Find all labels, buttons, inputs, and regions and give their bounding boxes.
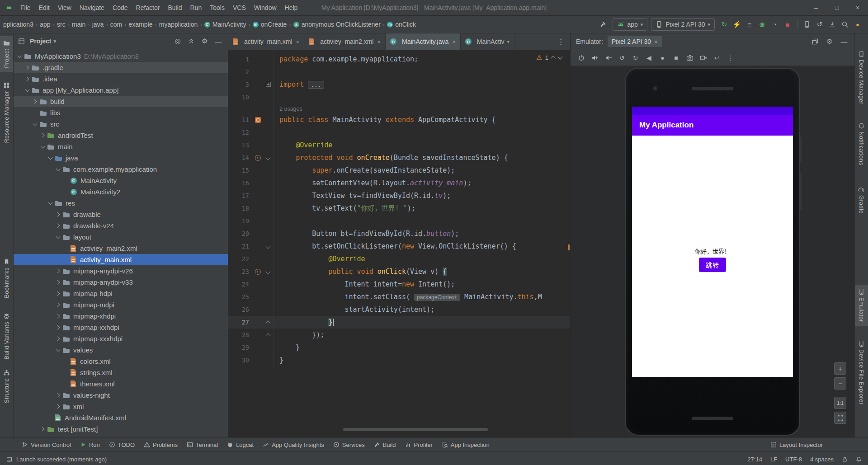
overview-button[interactable]: ■: [670, 52, 682, 64]
tree-chevron-icon[interactable]: [55, 347, 61, 353]
tree-item-build[interactable]: build: [14, 96, 228, 107]
tree-item-drawable[interactable]: drawable: [14, 209, 228, 220]
editor-tab-mainactiv[interactable]: CMainActiv▾: [461, 33, 514, 50]
tool-stripe-resource-manager[interactable]: Resource Manager: [0, 78, 13, 146]
settings-button[interactable]: ⚙: [825, 37, 835, 47]
editor-tab-mainactivity-java[interactable]: CMainActivity.java×: [386, 33, 461, 50]
toolwindow-services[interactable]: Services: [329, 438, 369, 451]
fold-column[interactable]: [264, 151, 274, 164]
previous-issue-button[interactable]: [551, 56, 556, 61]
tree-chevron-icon[interactable]: [32, 98, 38, 105]
tree-item-themes-xml[interactable]: themes.xml: [14, 378, 228, 390]
volume-down-button[interactable]: [602, 52, 614, 64]
profile-button[interactable]: ◔: [769, 19, 781, 30]
tree-item-java[interactable]: java: [14, 152, 228, 164]
tree-item-mipmap-hdpi[interactable]: mipmap-hdpi: [14, 288, 228, 299]
close-icon[interactable]: ×: [377, 38, 381, 45]
tool-stripe-notifications[interactable]: Notifications: [855, 119, 868, 169]
menu-refactor[interactable]: Refactor: [132, 4, 164, 11]
zoom-fit-button[interactable]: [834, 412, 846, 424]
breadcrumb-main[interactable]: main: [71, 20, 87, 29]
toolwindow-profiler[interactable]: Profiler: [401, 438, 437, 451]
tree-item-main[interactable]: main: [14, 141, 228, 152]
collapse-all-button[interactable]: [186, 36, 196, 46]
rotate-right-button[interactable]: ↻: [629, 52, 642, 64]
breadcrumb-mainactivity[interactable]: CMainActivity: [203, 20, 248, 29]
tree-item-test-unittest[interactable]: test [unitTest]: [14, 423, 228, 435]
run-configuration-select[interactable]: app ▾: [613, 18, 647, 31]
encoding-widget[interactable]: UTF-8: [785, 456, 802, 463]
phone-device[interactable]: My Application 你好，世界！ 跳转: [625, 68, 800, 436]
warning-stripe-mark[interactable]: [568, 244, 570, 250]
close-button[interactable]: ×: [847, 0, 868, 15]
device-manager-button[interactable]: [801, 19, 813, 30]
tree-chevron-icon[interactable]: [39, 426, 46, 432]
zoom-in-button[interactable]: +: [834, 362, 846, 375]
toolwindow-logcat[interactable]: Logcat: [222, 438, 258, 451]
tree-item-drawable-v24[interactable]: drawable-v24: [14, 220, 228, 231]
activity-gutter-icon[interactable]: [255, 117, 261, 123]
tree-item-gradle[interactable]: .gradle: [14, 62, 228, 73]
tree-chevron-icon[interactable]: [47, 200, 54, 207]
menu-edit[interactable]: Edit: [35, 4, 54, 11]
tree-item-strings-xml[interactable]: strings.xml: [14, 367, 228, 378]
breadcrumb-anonymous-onclicklistener[interactable]: aanonymous OnClickListener: [292, 20, 382, 29]
breadcrumb-example[interactable]: example: [127, 20, 154, 29]
toolwindow-build[interactable]: Build: [369, 438, 401, 451]
close-icon[interactable]: ×: [654, 38, 658, 45]
toolwindow-app-quality-insights[interactable]: App Quality Insights: [258, 438, 329, 451]
tree-item-myapplication3[interactable]: MyApplication3D:\MyApplication3: [14, 51, 228, 62]
tree-chevron-icon[interactable]: [55, 211, 61, 218]
toolwindow-problems[interactable]: Problems: [139, 438, 182, 451]
more-button[interactable]: ⋮: [724, 52, 736, 64]
tree-chevron-icon[interactable]: [32, 121, 38, 127]
breadcrumb-pplication3[interactable]: pplication3: [2, 20, 35, 29]
device-select[interactable]: Pixel 2 API 30 ▾: [651, 18, 715, 31]
tree-item-src[interactable]: src: [14, 118, 228, 130]
tool-stripe-build-variants[interactable]: Build Variants: [0, 309, 13, 363]
tree-item-libs[interactable]: libs: [14, 107, 228, 118]
tree-chevron-icon[interactable]: [55, 222, 61, 229]
tool-stripe-device-manager[interactable]: Device Manager: [855, 47, 868, 108]
tree-item-mipmap-anydpi-v33[interactable]: mipmap-anydpi-v33: [14, 277, 228, 288]
tree-item-mainactivity[interactable]: CMainActivity: [14, 175, 228, 186]
screen-record-button[interactable]: [697, 52, 709, 64]
breadcrumb-oncreate[interactable]: monCreate: [251, 20, 288, 29]
fold-column[interactable]: [264, 316, 274, 329]
tree-item-colors-xml[interactable]: colors.xml: [14, 356, 228, 367]
locate-button[interactable]: ◎: [173, 36, 183, 46]
line-separator-widget[interactable]: LF: [770, 456, 777, 463]
close-icon[interactable]: ×: [452, 38, 456, 45]
hide-button[interactable]: ―: [839, 37, 849, 47]
menu-vcs[interactable]: VCS: [229, 4, 250, 11]
horizontal-scrollbar[interactable]: [343, 428, 488, 431]
inspections-widget[interactable]: ⚠ 1: [536, 54, 562, 61]
tree-item-com-example-myapplication[interactable]: com.example.myapplication: [14, 164, 228, 175]
tree-item-idea[interactable]: .idea: [14, 73, 228, 85]
tree-chevron-icon[interactable]: [55, 268, 61, 274]
tree-item-activity-main-xml[interactable]: activity_main.xml: [14, 254, 228, 265]
sdk-manager-button[interactable]: [826, 19, 838, 30]
menu-run[interactable]: Run: [186, 4, 206, 11]
tool-stripe-bookmarks[interactable]: Bookmarks: [0, 255, 13, 302]
settings-button[interactable]: ⚙: [200, 36, 210, 46]
tab-options-icon[interactable]: ⋮: [552, 37, 570, 47]
rotate-left-button[interactable]: ↺: [616, 52, 628, 64]
menu-view[interactable]: View: [54, 4, 75, 11]
menu-file[interactable]: File: [16, 4, 35, 11]
back-button[interactable]: ◀: [643, 52, 655, 64]
tree-chevron-icon[interactable]: [55, 290, 61, 297]
tree-item-mipmap-xxxhdpi[interactable]: mipmap-xxxhdpi: [14, 333, 228, 344]
tree-item-values-night[interactable]: values-night: [14, 390, 228, 401]
editor-tab-activity-main-xml[interactable]: activity_main.xml×: [228, 33, 304, 50]
tool-stripe-gradle[interactable]: Gradle: [855, 183, 868, 217]
build-project-button[interactable]: [597, 19, 609, 30]
breadcrumb-src[interactable]: src: [56, 20, 67, 29]
tree-item-mainactivity2[interactable]: CMainActivity2: [14, 186, 228, 197]
next-issue-button[interactable]: [557, 54, 562, 59]
project-panel-title[interactable]: Project▾: [18, 38, 56, 45]
sync-project-button[interactable]: ↺: [814, 19, 826, 30]
tree-chevron-icon[interactable]: [55, 324, 61, 331]
maximize-button[interactable]: □: [826, 0, 847, 15]
toolwindow-version-control[interactable]: Version Control: [17, 438, 75, 451]
